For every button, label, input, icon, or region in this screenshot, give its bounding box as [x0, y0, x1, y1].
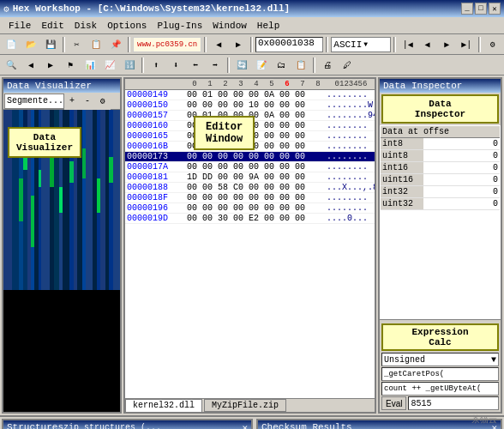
- svg-rect-29: [74, 110, 77, 290]
- svg-rect-35: [93, 110, 97, 290]
- svg-rect-21: [54, 110, 59, 290]
- hex-row-11: 0000018F 0000000000000000 ........: [125, 193, 375, 203]
- address-input[interactable]: 0x00001038: [255, 37, 323, 52]
- svg-rect-10: [31, 110, 34, 196]
- inspector-uint16: uint16 0: [381, 174, 500, 186]
- svg-rect-15: [39, 170, 41, 187]
- hex-row-3: 00000157 00010000000A0000 ........94.: [125, 111, 375, 121]
- nav-last[interactable]: ▶|: [457, 36, 476, 53]
- inspector-int16: int16 0: [381, 162, 500, 174]
- svg-rect-1: [3, 110, 12, 290]
- editor-panel: 0 1 2 3 4 5 6 7 8 0123456 00000149 0001: [123, 77, 376, 414]
- nav-next[interactable]: ▶: [437, 36, 456, 53]
- tb2-17[interactable]: 🖊: [338, 57, 357, 74]
- expr-mode-dropdown[interactable]: Unsigned ▼: [381, 353, 499, 366]
- nav-first[interactable]: |◀: [399, 36, 417, 53]
- svg-rect-8: [23, 170, 27, 290]
- tb2-14[interactable]: 🗂: [272, 57, 291, 74]
- hex-row-10: 00000188 000058C000000000 ...X...,.8.: [125, 183, 375, 193]
- data-inspector-panel: Data Inspector DataInspector Data at off…: [378, 77, 502, 414]
- tb2-2[interactable]: ◀: [21, 57, 40, 74]
- tb2-7[interactable]: 🔢: [120, 57, 139, 74]
- menu-edit[interactable]: Edit: [36, 21, 69, 31]
- window-controls: _ □ ✕: [461, 3, 501, 15]
- tb2-12[interactable]: 🔄: [232, 57, 251, 74]
- tb2-4[interactable]: ⚑: [61, 57, 80, 74]
- tb2-1[interactable]: 🔍: [2, 57, 21, 74]
- paste-button[interactable]: 📌: [106, 36, 125, 53]
- cut-button[interactable]: ✂: [68, 36, 87, 53]
- tab-kernel32[interactable]: kernel32.dll: [125, 399, 202, 412]
- svg-rect-20: [50, 187, 54, 290]
- main-area: Data Visualizer Segmente... ▼ + - ⚙: [0, 76, 504, 415]
- hex-row-6: 0000016B 0C00000000000000 ........: [125, 142, 375, 152]
- minimize-button[interactable]: _: [461, 3, 473, 15]
- menu-options[interactable]: Options: [102, 21, 152, 31]
- viz-settings[interactable]: ⚙: [95, 93, 111, 110]
- svg-rect-32: [82, 148, 86, 178]
- separator-6: [393, 37, 396, 52]
- menu-plugins[interactable]: Plug-Ins: [152, 21, 207, 31]
- copy-button[interactable]: 📋: [87, 36, 105, 53]
- tb2-9[interactable]: ⬇: [166, 57, 185, 74]
- svg-rect-42: [109, 157, 113, 183]
- toolbar-main: 📄 📂 💾 ✂ 📋 📌 www.pc0359.cn ◀ ▶ 0x00001038…: [0, 34, 504, 55]
- viz-zoom-in[interactable]: +: [64, 93, 80, 110]
- svg-rect-14: [39, 110, 41, 170]
- hex-row-2: 00000150 0000000010000000 ........W.: [125, 100, 375, 111]
- eval-button[interactable]: Eval: [381, 396, 406, 410]
- svg-rect-24: [59, 213, 63, 290]
- menu-disk[interactable]: Disk: [69, 21, 102, 31]
- segment-dropdown[interactable]: Segmente... ▼: [4, 94, 64, 109]
- svg-rect-28: [69, 183, 74, 290]
- menu-window[interactable]: Window: [207, 21, 252, 31]
- tb-icon-2[interactable]: ▶: [229, 36, 248, 53]
- svg-rect-22: [59, 110, 63, 187]
- svg-rect-16: [39, 187, 41, 290]
- tb2-8[interactable]: ⬆: [147, 57, 165, 74]
- tb2-10[interactable]: ⬅: [186, 57, 205, 74]
- separator-3: [204, 37, 207, 52]
- tb2-16[interactable]: 🖨: [318, 57, 337, 74]
- tb2-5[interactable]: 📊: [81, 57, 99, 74]
- hex-content[interactable]: 00000149 00010000000A0000 ........ 00000…: [125, 90, 375, 398]
- svg-rect-31: [82, 110, 86, 148]
- tb2-3[interactable]: ▶: [41, 57, 60, 74]
- hex-row-8: 0000017A 0000000000000000 ........: [125, 162, 375, 172]
- expr-input-1[interactable]: _getCaret​Pos(: [381, 367, 499, 381]
- tb2-11[interactable]: ➡: [206, 57, 225, 74]
- offset-label: Data at offse: [381, 126, 500, 138]
- tab-myzipfile[interactable]: MyZipFile.zip: [204, 399, 286, 412]
- data-inspector-callout: DataInspector: [381, 94, 499, 124]
- svg-rect-39: [100, 110, 105, 290]
- tb-icon-1[interactable]: ◀: [209, 36, 228, 53]
- svg-rect-34: [86, 110, 93, 290]
- svg-rect-26: [69, 110, 74, 161]
- menu-help[interactable]: Help: [252, 21, 285, 31]
- expr-input-2[interactable]: count ++ _getUByte​At(: [381, 382, 499, 396]
- inspector-uint32: uint32 0: [381, 198, 500, 210]
- close-button[interactable]: ✕: [489, 3, 501, 15]
- visualizer-canvas: DataVisualizer: [3, 110, 120, 412]
- tb2-15[interactable]: 📋: [291, 57, 310, 74]
- sep-tb2-2: [227, 57, 230, 73]
- hex-row-12: 00000196 0000000000000000 ........: [125, 203, 375, 214]
- svg-rect-44: [113, 110, 120, 290]
- title-bar: ⚙ Hex Workshop - [C:\Windows\System32\ke…: [0, 0, 504, 17]
- nav-prev[interactable]: ◀: [418, 36, 437, 53]
- open-button[interactable]: 📂: [21, 36, 40, 53]
- tb2-13[interactable]: 📝: [252, 57, 271, 74]
- viz-zoom-out[interactable]: -: [80, 93, 95, 110]
- settings-icon[interactable]: ⚙: [483, 36, 502, 53]
- svg-rect-2: [12, 110, 19, 290]
- menu-file[interactable]: File: [3, 21, 36, 31]
- struct-close[interactable]: ✕: [242, 422, 248, 430]
- svg-rect-17: [41, 110, 50, 290]
- maximize-button[interactable]: □: [475, 3, 487, 15]
- tb2-6[interactable]: 📈: [100, 57, 119, 74]
- structure-viewer-panel: Structures zip structures (... ✕ 📂 💾 ◀ ▶…: [2, 419, 253, 429]
- new-button[interactable]: 📄: [2, 36, 21, 53]
- encoding-dropdown[interactable]: ASCII ▼: [331, 37, 390, 52]
- save-button[interactable]: 💾: [41, 36, 60, 53]
- sep-tb2-1: [141, 57, 144, 73]
